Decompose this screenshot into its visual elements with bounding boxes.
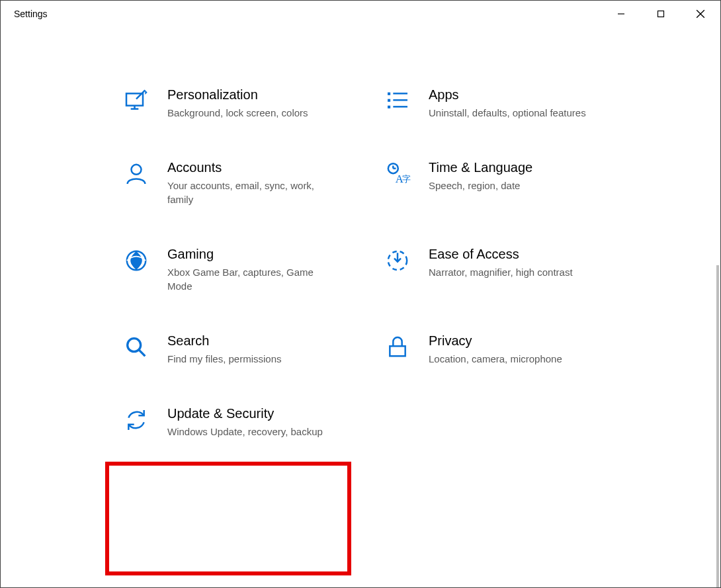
- titlebar: Settings: [1, 1, 720, 27]
- svg-point-23: [128, 339, 141, 352]
- category-desc: Find my files, permissions: [167, 352, 282, 366]
- close-button[interactable]: [681, 1, 720, 27]
- category-title: Personalization: [167, 87, 308, 103]
- update-security-icon: [120, 405, 153, 433]
- category-title: Update & Security: [167, 405, 323, 422]
- category-desc: Background, lock screen, colors: [167, 106, 308, 120]
- privacy-icon: [381, 333, 414, 360]
- maximize-button[interactable]: [641, 1, 681, 27]
- svg-text:字: 字: [402, 174, 411, 184]
- category-apps[interactable]: Apps Uninstall, defaults, optional featu…: [381, 87, 642, 120]
- category-time-language[interactable]: A 字 Time & Language Speech, region, date: [381, 159, 642, 206]
- personalization-icon: [120, 87, 153, 114]
- category-personalization[interactable]: Personalization Background, lock screen,…: [120, 87, 381, 120]
- svg-rect-25: [390, 346, 405, 356]
- svg-line-7: [136, 90, 145, 99]
- gaming-icon: [120, 246, 153, 274]
- category-gaming[interactable]: Gaming Xbox Game Bar, captures, Game Mod…: [120, 246, 381, 293]
- category-title: Time & Language: [429, 159, 532, 176]
- category-title: Ease of Access: [429, 246, 573, 263]
- category-search[interactable]: Search Find my files, permissions: [120, 333, 381, 366]
- category-desc: Xbox Game Bar, captures, Game Mode: [167, 265, 339, 293]
- settings-grid: Personalization Background, lock screen,…: [120, 87, 642, 439]
- category-desc: Uninstall, defaults, optional features: [429, 106, 586, 120]
- category-desc: Speech, region, date: [429, 179, 532, 192]
- apps-icon: [381, 87, 414, 114]
- accounts-icon: [120, 159, 153, 187]
- category-update-security[interactable]: Update & Security Windows Update, recove…: [120, 405, 381, 439]
- window-title: Settings: [14, 9, 48, 19]
- category-title: Accounts: [167, 159, 339, 176]
- svg-rect-10: [388, 106, 390, 108]
- category-desc: Your accounts, email, sync, work, family: [167, 179, 339, 206]
- svg-rect-8: [388, 93, 390, 95]
- ease-of-access-icon: [381, 246, 414, 274]
- category-accounts[interactable]: Accounts Your accounts, email, sync, wor…: [120, 159, 381, 206]
- category-title: Gaming: [167, 246, 339, 263]
- category-desc: Windows Update, recovery, backup: [167, 425, 323, 439]
- category-title: Privacy: [429, 333, 562, 349]
- category-title: Apps: [429, 87, 586, 103]
- category-privacy[interactable]: Privacy Location, camera, microphone: [381, 333, 642, 366]
- time-language-icon: A 字: [381, 159, 414, 187]
- svg-rect-1: [658, 11, 664, 17]
- category-title: Search: [167, 333, 282, 349]
- category-ease-of-access[interactable]: Ease of Access Narrator, magnifier, high…: [381, 246, 642, 293]
- svg-rect-9: [388, 99, 390, 102]
- svg-point-14: [132, 165, 142, 175]
- minimize-button[interactable]: [601, 1, 641, 27]
- scrollbar[interactable]: [716, 265, 719, 587]
- search-icon: [120, 333, 153, 360]
- svg-line-24: [139, 350, 145, 356]
- category-desc: Narrator, magnifier, high contrast: [429, 265, 573, 279]
- settings-window: Settings: [0, 0, 721, 588]
- content-area: Personalization Background, lock screen,…: [1, 27, 720, 587]
- category-desc: Location, camera, microphone: [429, 352, 562, 366]
